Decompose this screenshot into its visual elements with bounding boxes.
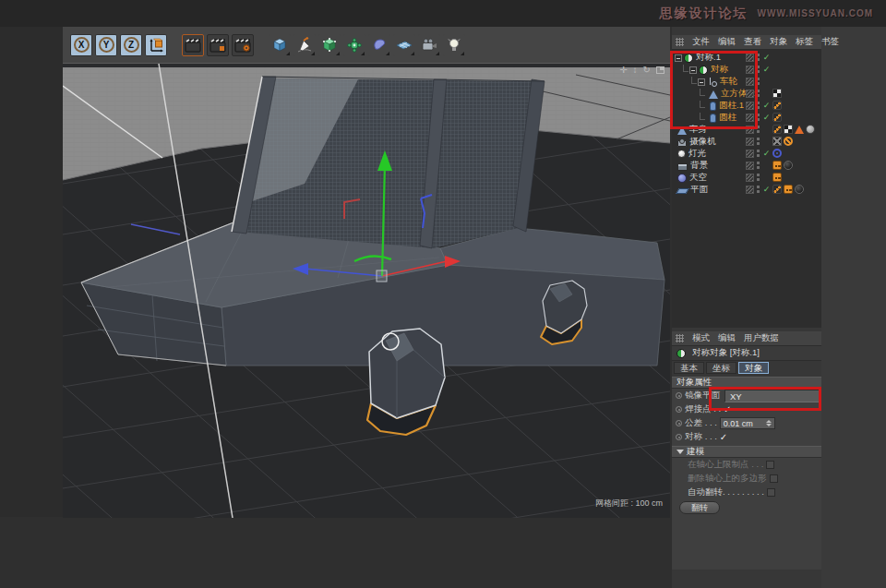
visibility-dots-icon[interactable] [756, 173, 760, 182]
layer-tag-icon[interactable] [746, 138, 754, 146]
panel-handle-icon[interactable] [676, 38, 684, 46]
object-row-灯光[interactable]: 灯光✓ [672, 148, 821, 160]
checker-tag-icon[interactable] [772, 89, 782, 98]
deformer-button[interactable] [343, 34, 365, 56]
enabled-check-icon[interactable]: ✓ [762, 65, 771, 74]
checkbox-unchecked[interactable] [766, 461, 774, 469]
annotation-rect-hierarchy [670, 51, 758, 129]
object-row-背景[interactable]: 背景 [672, 160, 821, 172]
keyframe-record-icon[interactable] [676, 434, 682, 440]
protection-tag-icon[interactable] [784, 137, 793, 146]
title-bar: 思缘设计论坛 WWW.MISSYUAN.COM [0, 0, 886, 27]
property-label: 在轴心上限制点 . . . [688, 459, 763, 471]
om-menu-标签[interactable]: 标签 [796, 36, 813, 48]
render-picture-viewer-button[interactable] [207, 34, 229, 56]
object-name[interactable]: 背景 [690, 160, 708, 172]
object-name[interactable]: 平面 [690, 184, 708, 196]
om-menu-编辑[interactable]: 编辑 [718, 36, 736, 48]
phong-tag-icon[interactable] [772, 101, 782, 110]
left-margin [0, 27, 63, 588]
layer-tag-icon[interactable] [746, 150, 754, 158]
render-settings-button[interactable] [232, 34, 254, 56]
object-row-摄像机[interactable]: 摄像机 [672, 136, 821, 148]
generator-button[interactable] [318, 34, 341, 56]
checkbox-checked-icon[interactable]: ✓ [720, 433, 727, 442]
tolerance-stepper[interactable]: 0.01 cm [720, 417, 775, 429]
keyframe-record-icon[interactable] [676, 392, 682, 399]
light-button[interactable] [443, 34, 465, 56]
display-tag-icon[interactable] [772, 137, 782, 146]
om-menu-书签[interactable]: 书签 [821, 36, 839, 48]
checker-tag-icon[interactable] [784, 125, 793, 134]
object-name[interactable]: 摄像机 [689, 136, 716, 148]
om-menu-对象[interactable]: 对象 [770, 36, 787, 48]
visibility-dots-icon[interactable] [756, 185, 760, 194]
am-menu-编辑[interactable]: 编辑 [718, 332, 736, 344]
polyselection-tag-icon[interactable] [795, 126, 804, 134]
camera-button[interactable] [418, 34, 440, 56]
keyframe-record-icon[interactable] [676, 420, 682, 426]
field-button[interactable] [368, 34, 390, 56]
enabled-check-icon[interactable]: ✓ [762, 113, 771, 122]
enabled-check-icon[interactable]: ✓ [762, 149, 771, 158]
section-title: 建模 [687, 446, 704, 458]
coordinate-system-button[interactable] [145, 34, 167, 56]
flip-button[interactable]: 翻转 [679, 501, 720, 514]
target-tag-icon[interactable] [772, 149, 782, 158]
enabled-check-icon[interactable]: ✓ [762, 101, 771, 110]
keyframe-record-icon[interactable] [676, 406, 682, 413]
y-axis-lock-button[interactable]: Y [95, 34, 117, 56]
rotate-icon[interactable]: ↻ [643, 65, 651, 76]
om-menu-文件[interactable]: 文件 [692, 36, 710, 48]
spline-pen-button[interactable] [293, 34, 316, 56]
tab-坐标[interactable]: 坐标 [706, 362, 736, 374]
layer-tag-icon[interactable] [746, 186, 754, 194]
enabled-check-icon[interactable]: ✓ [762, 53, 771, 62]
object-row-天空[interactable]: 天空 [672, 172, 821, 184]
phong-tag-icon[interactable] [772, 113, 782, 122]
property-label: 对称 . . . [685, 431, 717, 443]
zoom-icon[interactable]: ↕ [633, 65, 638, 76]
enabled-check-icon[interactable]: ✓ [762, 185, 771, 194]
visibility-dots-icon[interactable] [756, 161, 760, 170]
z-axis-lock-button[interactable]: Z [120, 34, 142, 56]
panel-handle-icon[interactable] [676, 334, 684, 342]
am-menu-用户数据[interactable]: 用户数据 [744, 332, 779, 344]
gizmo-origin[interactable] [377, 270, 387, 282]
phong-tag-icon[interactable] [772, 185, 782, 194]
tab-对象[interactable]: 对象 [738, 362, 769, 374]
visibility-dots-icon[interactable] [756, 137, 760, 146]
collapse-arrow-icon [676, 450, 684, 454]
phong-tag-icon[interactable] [772, 125, 782, 134]
x-axis-lock-button[interactable]: X [70, 34, 92, 56]
layer-tag-icon[interactable] [746, 174, 754, 182]
am-menu-模式[interactable]: 模式 [692, 332, 710, 344]
property-row-删除轴心上的多边形: 删除轴心上的多边形 [672, 472, 821, 486]
compositing-tag-icon[interactable] [784, 185, 793, 194]
pan-icon[interactable]: ✛ [619, 65, 627, 76]
texture-black-tag-icon[interactable] [784, 161, 793, 170]
add-cube-button[interactable] [269, 34, 291, 56]
stepper-value: 0.01 cm [724, 418, 753, 429]
viewport-3d[interactable]: ✛↕↻ 网格间距 : 100 cm [63, 63, 670, 517]
om-menu-查看[interactable]: 查看 [744, 36, 761, 48]
texture-gray-tag-icon[interactable] [806, 125, 815, 134]
compositing-tag-icon[interactable] [772, 161, 782, 170]
tab-基本[interactable]: 基本 [674, 362, 704, 374]
object-name[interactable]: 天空 [689, 172, 707, 184]
checkbox-unchecked[interactable] [770, 474, 778, 483]
environment-button[interactable] [393, 34, 415, 56]
visibility-dots-icon[interactable] [756, 149, 760, 158]
layer-tag-icon[interactable] [746, 162, 754, 170]
object-name[interactable]: 灯光 [688, 148, 706, 160]
section-modeling[interactable]: 建模 [672, 446, 821, 458]
compositing-tag-icon[interactable] [772, 173, 782, 182]
toggle-view-icon[interactable] [656, 66, 664, 74]
attribute-manager: 模式编辑用户数据 对称对象 [对称.1] 基本坐标对象 对象属性 镜像平面XY焊… [672, 331, 821, 570]
stepper-arrows-icon[interactable] [766, 420, 772, 426]
object-row-平面[interactable]: 平面✓ [672, 184, 821, 196]
attribute-manager-menubar: 模式编辑用户数据 [672, 331, 821, 346]
checkbox-unchecked[interactable] [767, 488, 775, 497]
render-view-button[interactable] [182, 34, 204, 56]
texture-black-tag-icon[interactable] [795, 185, 804, 194]
